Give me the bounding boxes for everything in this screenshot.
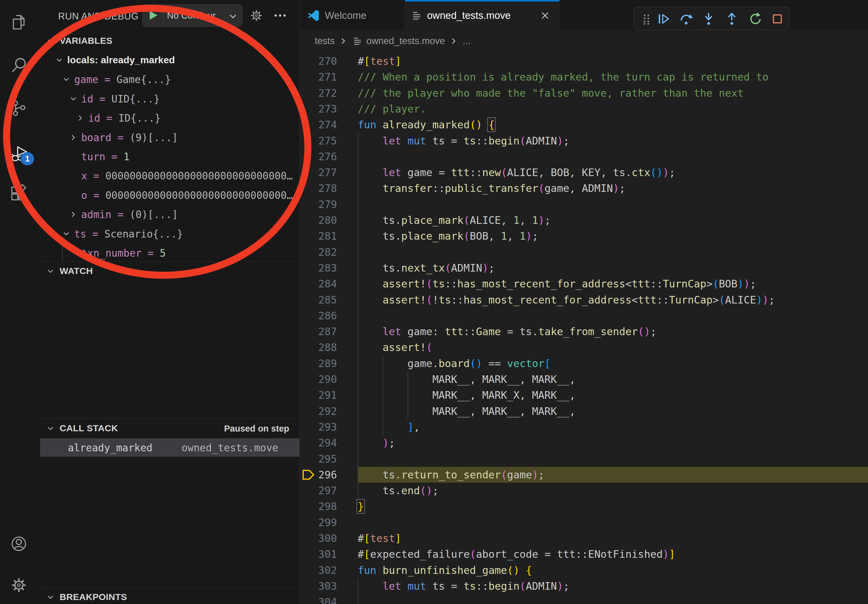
tab-owned-tests[interactable]: owned_tests.move <box>405 0 560 30</box>
chevron-down-icon[interactable] <box>62 229 71 238</box>
code-line: ts.end(); <box>358 483 439 499</box>
section-label: VARIABLES <box>60 36 113 46</box>
code-line: } <box>358 499 364 514</box>
debug-toolbar <box>634 7 789 30</box>
line-number: 288 <box>300 339 337 356</box>
account-icon[interactable] <box>9 534 29 554</box>
run-and-debug-sidebar: RUN AND DEBUG No Configur VARIABLESWATCH… <box>40 0 299 604</box>
search-icon[interactable] <box>9 55 29 75</box>
tab-label: Welcome <box>325 10 366 21</box>
vscode-logo-icon <box>307 9 320 22</box>
line-number: 293 <box>300 419 337 435</box>
line-number: 277 <box>300 164 337 181</box>
line-number: 297 <box>300 483 337 499</box>
debug-icon[interactable]: 1 <box>9 144 29 164</box>
editor-group: Welcome owned_tests.move tests owned_tes… <box>300 0 868 604</box>
chevron-right-icon[interactable] <box>69 210 78 219</box>
activity-bar: 1 <box>0 0 40 604</box>
line-number: 292 <box>300 403 337 420</box>
line-number: 289 <box>300 356 337 372</box>
chevron-down-icon[interactable] <box>62 75 71 84</box>
tab-welcome[interactable]: Welcome <box>300 0 405 30</box>
code-line: game.board() == vector[ <box>358 356 551 372</box>
section-header-breakpoints[interactable]: BREAKPOINTS <box>40 588 299 604</box>
variable-text: ts = Scenario{...} <box>74 228 183 240</box>
code-line: #[expected_failure(abort_code = ttt::ENo… <box>358 546 675 562</box>
code-line: let mut ts = ts::begin(ADMIN); <box>358 578 569 594</box>
line-number: 274 <box>300 117 337 133</box>
variable-text: board = (9)[...] <box>81 132 178 144</box>
gear-icon[interactable] <box>9 575 29 595</box>
step-out-button[interactable] <box>724 12 739 26</box>
more-actions-icon[interactable] <box>273 8 288 23</box>
line-number: 279 <box>300 197 337 212</box>
section-header-variables[interactable]: VARIABLES <box>40 32 299 51</box>
files-icon[interactable] <box>9 12 29 32</box>
tree-indent-guide <box>62 243 63 261</box>
close-icon[interactable] <box>539 10 550 21</box>
section-header-call-stack[interactable]: CALL STACKPaused on step <box>40 419 299 438</box>
breadcrumb-folder[interactable]: tests <box>315 36 335 46</box>
start-debug-icon[interactable] <box>147 9 160 23</box>
step-over-button[interactable] <box>679 12 693 26</box>
code-line: MARK__, MARK__, MARK__, <box>358 371 575 387</box>
chevron-down-icon <box>228 11 238 22</box>
chevron-right-icon <box>449 37 458 46</box>
code-line: ts.return_to_sender(game); <box>358 467 544 483</box>
continue-button[interactable] <box>656 12 670 26</box>
variable-row[interactable]: turn = 1 <box>40 147 299 166</box>
call-stack-row[interactable]: already_markedowned_tests.move <box>40 438 299 457</box>
variable-row[interactable]: x = 000000000000000000000000000000… <box>40 166 299 185</box>
line-number: 285 <box>300 292 337 308</box>
chevron-down-icon[interactable] <box>69 94 78 103</box>
chevron-right-icon[interactable] <box>76 114 85 122</box>
restart-button[interactable] <box>747 12 762 26</box>
line-number: 278 <box>300 180 337 197</box>
line-number: 301 <box>300 546 337 562</box>
code-line: #[test] <box>358 530 401 547</box>
variable-row[interactable]: game = Game{...} <box>40 70 299 89</box>
variable-row[interactable]: txn_number = 5 <box>40 244 299 262</box>
variable-text: id = ID{...} <box>88 112 161 124</box>
debug-config-dropdown[interactable]: No Configur <box>142 4 243 27</box>
code-line: let mut ts = ts::begin(ADMIN); <box>358 133 569 149</box>
code-line: /// When a position is already marked, t… <box>358 69 769 85</box>
variable-text: locals: already_marked <box>67 54 175 66</box>
line-number: 272 <box>300 85 337 101</box>
variable-row[interactable]: admin = (0)[...] <box>40 205 299 224</box>
breadcrumb: tests owned_tests.move ... <box>300 30 868 52</box>
variable-row[interactable]: ts = Scenario{...} <box>40 225 299 243</box>
variable-text: id = UID{...} <box>81 93 160 105</box>
line-number: 271 <box>300 69 337 85</box>
chevron-right-icon[interactable] <box>69 133 78 142</box>
breadcrumb-more[interactable]: ... <box>463 36 471 46</box>
variable-row[interactable]: locals: already_marked <box>40 51 299 70</box>
drag-handle-button[interactable] <box>639 12 654 26</box>
variable-row[interactable]: id = UID{...} <box>40 90 299 108</box>
variable-row[interactable]: board = (9)[...] <box>40 128 299 147</box>
line-number: 295 <box>300 451 337 467</box>
paused-badge: Paused on step <box>224 424 289 434</box>
variable-row[interactable]: id = ID{...} <box>40 108 299 127</box>
line-number: 291 <box>300 387 337 403</box>
extensions-icon[interactable] <box>9 183 29 203</box>
gear-icon[interactable] <box>249 8 264 23</box>
breadcrumb-file[interactable]: owned_tests.move <box>366 36 445 46</box>
stop-button[interactable] <box>770 12 785 26</box>
code-line: assert!( <box>358 339 432 356</box>
variable-row[interactable]: o = 000000000000000000000000000000… <box>40 186 299 205</box>
chevron-down-icon[interactable] <box>55 56 64 65</box>
code-line: /// player. <box>358 101 426 117</box>
variable-text: x = 000000000000000000000000000000… <box>81 170 293 182</box>
step-into-button[interactable] <box>701 12 716 26</box>
code-line: assert!(!ts::has_most_recent_for_address… <box>358 292 775 308</box>
line-number: 273 <box>300 101 337 117</box>
section-label: WATCH <box>60 266 93 276</box>
source-control-icon[interactable] <box>9 99 29 118</box>
variable-text: turn = 1 <box>81 151 130 163</box>
chevron-down-icon <box>46 37 55 45</box>
code-line: ts.place_mark(BOB, 1, 1); <box>358 228 538 244</box>
section-header-watch[interactable]: WATCH <box>40 262 299 281</box>
editor-code-area[interactable]: 270#[test]271/// When a position is alre… <box>300 52 868 604</box>
code-line: MARK__, MARK_X, MARK__, <box>358 387 575 403</box>
